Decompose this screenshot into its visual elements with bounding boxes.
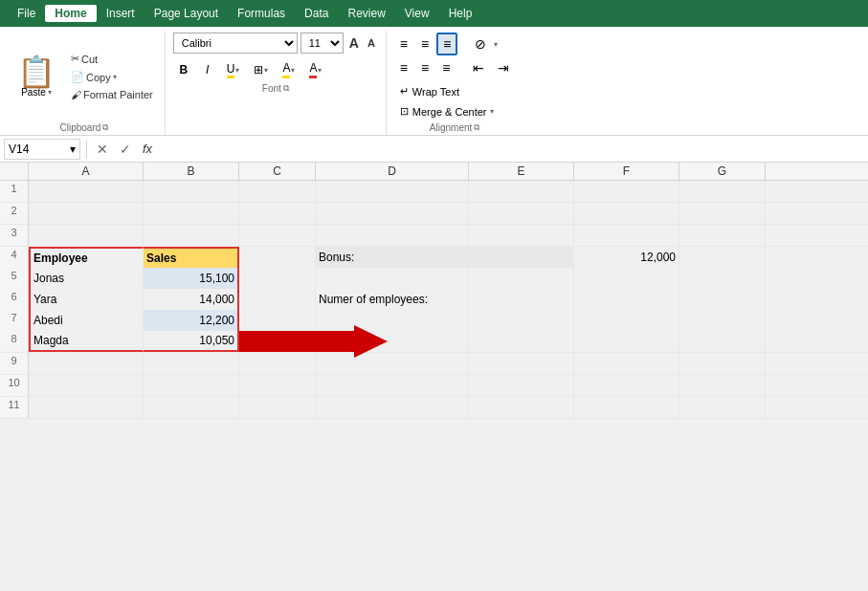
cell-b1[interactable] (144, 181, 239, 202)
italic-button[interactable]: I (197, 60, 218, 79)
cell-d10[interactable] (316, 375, 469, 396)
font-name-select[interactable]: Calibri (173, 33, 298, 54)
cell-c1[interactable] (239, 181, 316, 202)
cell-d6[interactable]: Numer of employees: (316, 289, 469, 310)
cell-b2[interactable] (144, 203, 239, 224)
cell-e1[interactable] (469, 181, 574, 202)
cell-f1[interactable] (574, 181, 679, 202)
cell-f8[interactable] (574, 331, 679, 352)
align-top-left-button[interactable]: ≡ (394, 33, 413, 55)
col-header-g[interactable]: G (679, 163, 766, 180)
paste-button[interactable]: 📋 Paste ▾ (11, 53, 61, 101)
cell-a11[interactable] (29, 397, 144, 418)
menu-formulas[interactable]: Formulas (228, 5, 295, 22)
menu-page-layout[interactable]: Page Layout (145, 5, 228, 22)
align-center-button[interactable]: ≡ (415, 57, 434, 78)
formula-confirm-button[interactable]: ✓ (116, 142, 135, 157)
merge-center-button[interactable]: ⊡ Merge & Center ▾ (394, 102, 501, 120)
formula-cancel-button[interactable]: ✕ (93, 142, 112, 157)
cell-c6[interactable] (239, 289, 316, 310)
cell-a1[interactable] (29, 181, 144, 202)
font-shrink-button[interactable]: A (365, 36, 378, 50)
cell-d1[interactable] (316, 181, 469, 202)
font-size-select[interactable]: 11 (300, 33, 344, 54)
cell-f9[interactable] (574, 353, 679, 374)
cell-f2[interactable] (574, 203, 679, 224)
cell-c5[interactable] (239, 268, 316, 289)
paste-dropdown-arrow[interactable]: ▾ (48, 88, 52, 97)
cell-c10[interactable] (239, 375, 316, 396)
col-header-f[interactable]: F (574, 163, 679, 180)
cell-b7[interactable]: 12,200 (144, 310, 239, 331)
menu-view[interactable]: View (395, 5, 439, 22)
cell-a2[interactable] (29, 203, 144, 224)
font-color-button[interactable]: A ▾ (303, 58, 327, 81)
cell-g4[interactable] (679, 247, 766, 268)
borders-button[interactable]: ⊞ ▾ (248, 60, 274, 79)
copy-dropdown-arrow[interactable]: ▾ (113, 73, 117, 81)
cell-e8[interactable] (469, 331, 574, 352)
orientation-button[interactable]: ⊘ (469, 33, 492, 55)
cell-f10[interactable] (574, 375, 679, 396)
menu-help[interactable]: Help (439, 5, 482, 22)
cell-g2[interactable] (679, 203, 766, 224)
alignment-expand-icon[interactable]: ⧉ (474, 122, 479, 133)
copy-button[interactable]: 📄 Copy ▾ (67, 69, 157, 85)
cell-d11[interactable] (316, 397, 469, 418)
cell-a9[interactable] (29, 353, 144, 374)
cell-e9[interactable] (469, 353, 574, 374)
cell-e6[interactable] (469, 289, 574, 310)
cell-g1[interactable] (679, 181, 766, 202)
cell-e5[interactable] (469, 268, 574, 289)
cell-b4[interactable]: Sales (144, 247, 239, 268)
cell-b8[interactable]: 10,050 (144, 331, 239, 352)
bold-button[interactable]: B (173, 60, 194, 79)
cell-d2[interactable] (316, 203, 469, 224)
cell-g3[interactable] (679, 225, 766, 246)
cell-e10[interactable] (469, 375, 574, 396)
cell-a7[interactable]: Abedi (29, 310, 144, 331)
menu-file[interactable]: File (8, 5, 45, 22)
cell-b3[interactable] (144, 225, 239, 246)
cut-button[interactable]: ✂ Cut (67, 51, 157, 67)
clipboard-expand-icon[interactable]: ⧉ (102, 122, 108, 133)
menu-home[interactable]: Home (45, 5, 96, 22)
align-left-button[interactable]: ≡ (394, 57, 413, 78)
cell-a4[interactable]: Employee (29, 247, 144, 268)
cell-a8[interactable]: Magda (29, 331, 144, 352)
underline-button[interactable]: U ▾ (221, 59, 246, 81)
cell-c3[interactable] (239, 225, 316, 246)
merge-dropdown-arrow[interactable]: ▾ (490, 107, 494, 116)
menu-review[interactable]: Review (338, 5, 394, 22)
cell-ref-dropdown[interactable]: ▾ (70, 142, 76, 156)
cell-b5[interactable]: 15,100 (144, 268, 239, 289)
col-header-e[interactable]: E (469, 163, 574, 180)
orientation-dropdown[interactable]: ▾ (494, 40, 498, 49)
col-header-c[interactable]: C (239, 163, 316, 180)
formula-fx-button[interactable]: fx (139, 142, 156, 156)
wrap-text-button[interactable]: ↵ Wrap Text (394, 82, 465, 100)
font-expand-icon[interactable]: ⧉ (283, 83, 289, 94)
cell-g8[interactable] (679, 331, 766, 352)
cell-reference-box[interactable]: V14 ▾ (4, 139, 80, 160)
cell-f6[interactable] (574, 289, 679, 310)
cell-f4[interactable]: 12,000 (574, 247, 679, 268)
cell-a5[interactable]: Jonas (29, 268, 144, 289)
cell-d4[interactable]: Bonus: (316, 247, 469, 268)
cell-f3[interactable] (574, 225, 679, 246)
col-header-b[interactable]: B (144, 163, 239, 180)
col-header-a[interactable]: A (29, 163, 144, 180)
font-grow-button[interactable]: A (346, 34, 362, 52)
cell-d5[interactable] (316, 268, 469, 289)
cell-g9[interactable] (679, 353, 766, 374)
cell-e3[interactable] (469, 225, 574, 246)
menu-data[interactable]: Data (295, 5, 338, 22)
cell-g7[interactable] (679, 310, 766, 331)
align-top-right-button[interactable]: ≡ (436, 33, 457, 55)
cell-a3[interactable] (29, 225, 144, 246)
cell-f7[interactable] (574, 310, 679, 331)
cell-g10[interactable] (679, 375, 766, 396)
align-right-button[interactable]: ≡ (436, 57, 456, 78)
cell-g6[interactable] (679, 289, 766, 310)
cell-c2[interactable] (239, 203, 316, 224)
